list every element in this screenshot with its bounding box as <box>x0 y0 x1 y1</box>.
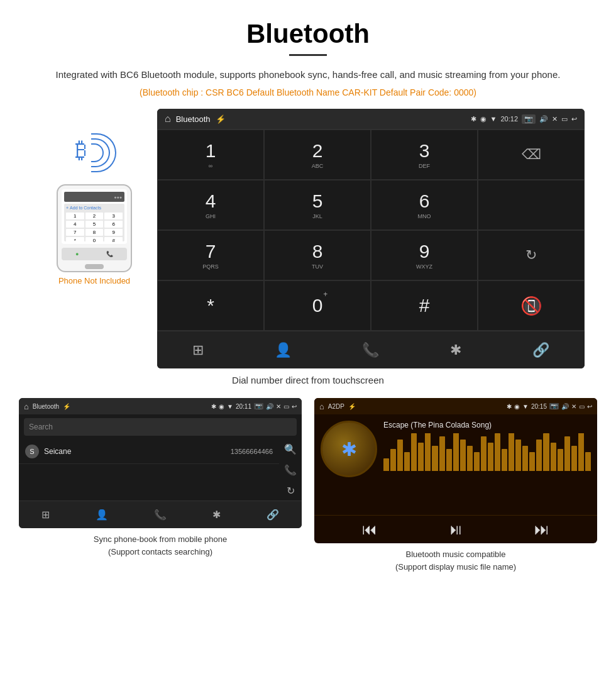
phone-bottom-bar: ● 📞 <box>62 248 127 260</box>
bt-music-icon: ✱ <box>341 438 357 460</box>
contact-letter: S <box>25 445 39 458</box>
time-display: 20:12 <box>500 115 518 123</box>
dial-key-4[interactable]: 4 GHI <box>157 180 264 230</box>
phonebook-back-icon[interactable]: ↩ <box>292 403 297 410</box>
bottom-screens: ⌂ Bluetooth ⚡ ✱ ◉ ▼ 20:11 📷 🔊 ✕ ▭ ↩ Sea <box>0 398 616 573</box>
dial-end-call[interactable]: 📵 <box>478 280 585 331</box>
pb-nav-link[interactable]: 🔗 <box>267 509 279 521</box>
play-pause-button[interactable]: ⏯ <box>448 521 463 538</box>
phonebook-status-bar: ⌂ Bluetooth ⚡ ✱ ◉ ▼ 20:11 📷 🔊 ✕ ▭ ↩ <box>19 398 302 414</box>
music-controls: ⏮ ⏯ ⏭ <box>314 515 597 543</box>
nav-call-icon[interactable]: 📞 <box>362 342 379 358</box>
phone-key-0: 0 <box>85 237 104 244</box>
dial-key-1[interactable]: 1 ∞ <box>157 130 264 180</box>
music-x-icon: ✕ <box>571 403 576 410</box>
location-status-icon: ◉ <box>480 115 487 123</box>
phonebook-time: 20:11 <box>236 403 251 410</box>
dial-key-hash[interactable]: # <box>371 280 478 331</box>
music-status-left: ⌂ A2DP ⚡ <box>319 402 503 411</box>
phone-key-1: 1 <box>66 213 84 219</box>
phonebook-status-left: ⌂ Bluetooth ⚡ <box>24 402 207 411</box>
pb-nav-bt[interactable]: ✱ <box>212 509 221 521</box>
music-home-icon[interactable]: ⌂ <box>319 402 324 411</box>
music-win-icon: ▭ <box>579 403 585 410</box>
dial-key-7[interactable]: 7 PQRS <box>157 230 264 280</box>
search-icon[interactable]: 🔍 <box>284 443 297 455</box>
music-status-bar: ⌂ A2DP ⚡ ✱ ◉ ▼ 20:15 📷 🔊 ✕ ▭ ↩ <box>314 398 597 414</box>
phone-key-hash: # <box>104 237 123 244</box>
music-time: 20:15 <box>531 403 547 410</box>
phone-not-included-label: Phone Not Included <box>58 276 130 285</box>
dial-key-9[interactable]: 9 WXYZ <box>371 230 478 280</box>
chip-info: (Bluetooth chip : CSR BC6 Default Blueto… <box>0 87 616 97</box>
contact-row[interactable]: S Seicane 13566664466 <box>19 440 279 464</box>
android-bottom-nav: ⊞ 👤 📞 ✱ 🔗 <box>157 331 585 368</box>
phone-add-contact: +Add to Contacts <box>66 206 123 210</box>
phone-key-7: 7 <box>66 229 84 236</box>
refresh-icon[interactable]: ↻ <box>287 485 295 497</box>
volume-status-icon: 🔊 <box>539 115 548 123</box>
music-vol-icon: 🔊 <box>561 403 569 410</box>
phone-key-9: 9 <box>104 229 123 236</box>
music-usb-icon: ⚡ <box>348 403 356 410</box>
dial-key-8[interactable]: 8 TUV <box>264 230 371 280</box>
main-screen-area: ₿ ●●● +Add to Contacts 1 2 3 4 <box>0 109 616 368</box>
dial-refresh[interactable]: ↻ <box>478 230 585 280</box>
phonebook-home-icon[interactable]: ⌂ <box>24 402 29 411</box>
phone-key-star: * <box>66 237 84 244</box>
phonebook-block: ⌂ Bluetooth ⚡ ✱ ◉ ▼ 20:11 📷 🔊 ✕ ▭ ↩ Sea <box>19 398 302 573</box>
camera-status-icon: 📷 <box>522 114 536 124</box>
phonebook-sig-icon: ▼ <box>227 403 233 410</box>
phonebook-caption: Sync phone-book from mobile phone(Suppor… <box>94 533 227 558</box>
music-screen: ⌂ A2DP ⚡ ✱ ◉ ▼ 20:15 📷 🔊 ✕ ▭ ↩ <box>314 398 597 543</box>
dial-empty-1 <box>478 180 585 230</box>
bt-status-icon: ✱ <box>471 115 476 123</box>
nav-link-icon[interactable]: 🔗 <box>532 342 549 358</box>
pb-nav-call[interactable]: 📞 <box>154 509 167 521</box>
close-status-icon: ✕ <box>552 115 558 123</box>
phone-key-8: 8 <box>85 229 104 236</box>
dial-key-6[interactable]: 6 MNO <box>371 180 478 230</box>
nav-bluetooth-icon[interactable]: ✱ <box>450 342 461 358</box>
music-bt-icon: ✱ <box>507 403 512 410</box>
contact-name: Seicane <box>44 447 226 456</box>
phonebook-status-right: ✱ ◉ ▼ 20:11 📷 🔊 ✕ ▭ ↩ <box>211 403 297 410</box>
phone-screen-top: ●●● <box>64 192 124 202</box>
dial-key-5[interactable]: 5 JKL <box>264 180 371 230</box>
phonebook-search[interactable]: Search <box>24 418 297 436</box>
next-button[interactable]: ⏭ <box>534 521 549 538</box>
usb-icon: ⚡ <box>216 114 226 124</box>
dial-caption: Dial number direct from touchscreen <box>0 375 616 385</box>
prev-button[interactable]: ⏮ <box>362 521 377 538</box>
bluetooth-icon: ₿ <box>75 137 87 163</box>
dial-backspace[interactable]: ⌫ <box>478 130 585 180</box>
dial-key-3[interactable]: 3 DEF <box>371 130 478 180</box>
dial-key-2[interactable]: 2 ABC <box>264 130 371 180</box>
dial-key-star[interactable]: * <box>157 280 264 331</box>
bluetooth-waves: ₿ <box>69 128 119 178</box>
pb-nav-contacts[interactable]: 👤 <box>96 509 108 521</box>
phone-home-button <box>85 264 104 269</box>
music-block: ⌂ A2DP ⚡ ✱ ◉ ▼ 20:15 📷 🔊 ✕ ▭ ↩ <box>314 398 597 573</box>
nav-keypad-icon[interactable]: ⊞ <box>192 342 204 358</box>
music-loc-icon: ◉ <box>514 403 520 410</box>
wave3 <box>91 133 116 172</box>
dial-grid: 1 ∞ 2 ABC 3 DEF ⌫ <box>157 129 585 331</box>
phonebook-screen: ⌂ Bluetooth ⚡ ✱ ◉ ▼ 20:11 📷 🔊 ✕ ▭ ↩ Sea <box>19 398 302 528</box>
phone-illustration: ₿ ●●● +Add to Contacts 1 2 3 4 <box>31 109 157 285</box>
phonebook-cam-icon: 📷 <box>254 403 263 409</box>
music-back-icon[interactable]: ↩ <box>587 403 592 410</box>
back-status-icon[interactable]: ↩ <box>571 115 577 123</box>
title-underline <box>289 54 327 56</box>
call-icon[interactable]: 📞 <box>284 464 297 476</box>
window-status-icon: ▭ <box>561 115 568 123</box>
phone-screen-display: +Add to Contacts 1 2 3 4 5 6 7 8 9 * 0 <box>64 204 124 241</box>
album-art: ✱ <box>321 421 377 477</box>
dial-key-0[interactable]: 0 + <box>264 280 371 331</box>
home-icon[interactable]: ⌂ <box>165 113 171 124</box>
nav-contacts-icon[interactable]: 👤 <box>275 342 292 358</box>
status-left: ⌂ Bluetooth ⚡ <box>165 113 471 124</box>
pb-nav-keypad[interactable]: ⊞ <box>41 509 50 521</box>
page-title: Bluetooth <box>0 0 616 54</box>
status-right: ✱ ◉ ▼ 20:12 📷 🔊 ✕ ▭ ↩ <box>471 114 577 124</box>
